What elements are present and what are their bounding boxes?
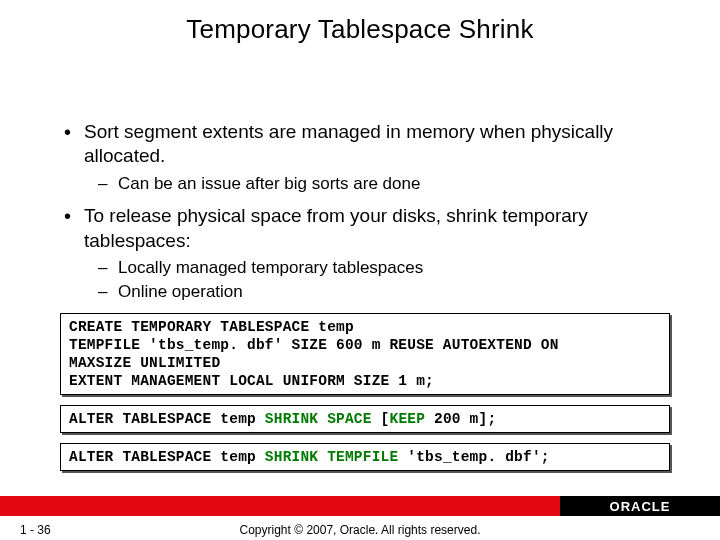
copyright-text: Copyright © 2007, Oracle. All rights res…: [0, 523, 720, 537]
slide: Temporary Tablespace Shrink Sort segment…: [0, 0, 720, 540]
code-keyword: SHRINK SPACE: [265, 411, 372, 427]
code-block-shrink-tempfile: ALTER TABLESPACE temp SHRINK TEMPFILE 't…: [60, 443, 670, 471]
code-text: ALTER TABLESPACE temp: [69, 449, 265, 465]
code-keyword: KEEP: [389, 411, 425, 427]
bullet-list: Sort segment extents are managed in memo…: [60, 120, 670, 303]
sub-item: Online operation: [84, 281, 670, 303]
code-block-create: CREATE TEMPORARY TABLESPACE temp TEMPFIL…: [60, 313, 670, 396]
oracle-logo: ORACLE: [560, 496, 720, 516]
bullet-text: Sort segment extents are managed in memo…: [84, 121, 613, 166]
bullet-text: To release physical space from your disk…: [84, 205, 588, 250]
code-keyword: SHRINK TEMPFILE: [265, 449, 399, 465]
code-text: 'tbs_temp. dbf';: [398, 449, 549, 465]
code-line: MAXSIZE UNLIMITED: [69, 355, 220, 371]
code-text: [: [372, 411, 390, 427]
code-line: EXTENT MANAGEMENT LOCAL UNIFORM SIZE 1 m…: [69, 373, 434, 389]
code-text: 200 m];: [425, 411, 496, 427]
bullet-item: To release physical space from your disk…: [60, 204, 670, 302]
sub-item: Locally managed temporary tablespaces: [84, 257, 670, 279]
sub-list: Locally managed temporary tablespaces On…: [84, 257, 670, 303]
footer-bar: ORACLE: [0, 496, 720, 516]
bullet-item: Sort segment extents are managed in memo…: [60, 120, 670, 194]
sub-item: Can be an issue after big sorts are done: [84, 173, 670, 195]
sub-list: Can be an issue after big sorts are done: [84, 173, 670, 195]
slide-title: Temporary Tablespace Shrink: [0, 0, 720, 45]
code-line: TEMPFILE 'tbs_temp. dbf' SIZE 600 m REUS…: [69, 337, 559, 353]
code-text: ALTER TABLESPACE temp: [69, 411, 265, 427]
footer-red-bar: [0, 496, 560, 516]
code-blocks: CREATE TEMPORARY TABLESPACE temp TEMPFIL…: [60, 313, 670, 472]
code-line: CREATE TEMPORARY TABLESPACE temp: [69, 319, 354, 335]
slide-content: Sort segment extents are managed in memo…: [60, 120, 670, 481]
code-block-shrink-space: ALTER TABLESPACE temp SHRINK SPACE [KEEP…: [60, 405, 670, 433]
